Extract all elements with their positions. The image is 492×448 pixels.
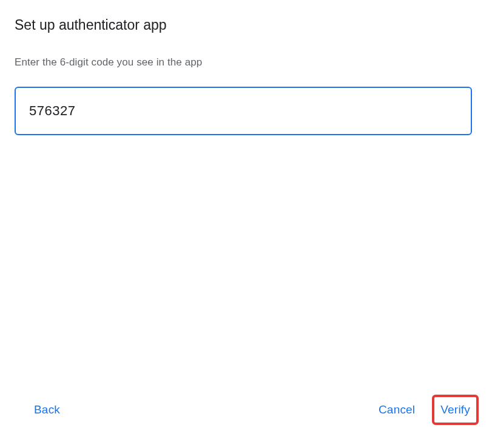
dialog-footer: Back Cancel Verify bbox=[0, 378, 492, 448]
dialog-title: Set up authenticator app bbox=[15, 17, 477, 33]
content-inner: Enter the 6-digit code you see in the ap… bbox=[0, 41, 492, 378]
content-scroll-area[interactable]: Enter the 6-digit code you see in the ap… bbox=[0, 41, 492, 378]
cancel-button[interactable]: Cancel bbox=[372, 398, 421, 421]
authenticator-setup-dialog: Set up authenticator app Enter the 6-dig… bbox=[0, 0, 492, 448]
verify-button[interactable]: Verify bbox=[439, 401, 471, 419]
dialog-header: Set up authenticator app bbox=[0, 0, 492, 41]
back-button[interactable]: Back bbox=[28, 398, 66, 421]
code-input[interactable] bbox=[15, 87, 472, 135]
verify-highlight: Verify bbox=[432, 395, 479, 425]
instruction-text: Enter the 6-digit code you see in the ap… bbox=[15, 56, 492, 69]
